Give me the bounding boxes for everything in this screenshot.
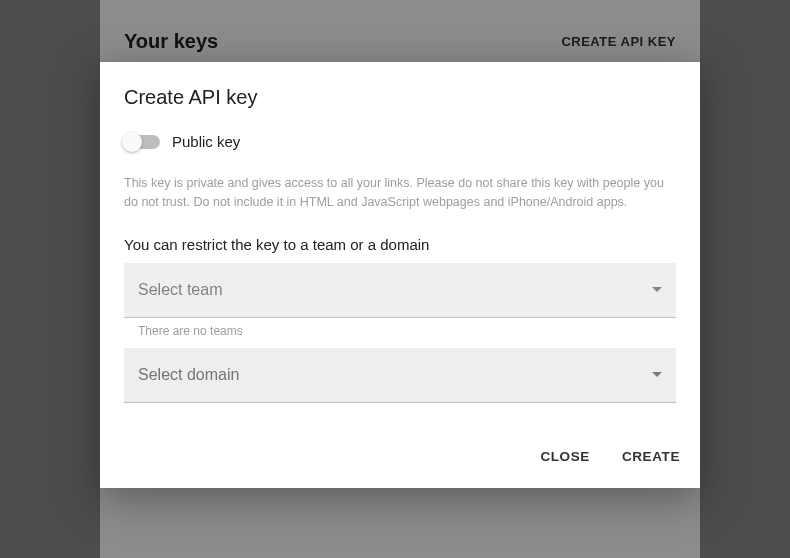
chevron-down-icon (652, 287, 662, 292)
team-select[interactable]: Select team (124, 263, 676, 318)
public-key-label: Public key (172, 133, 240, 150)
close-button[interactable]: CLOSE (536, 443, 594, 470)
create-button[interactable]: CREATE (618, 443, 684, 470)
chevron-down-icon (652, 372, 662, 377)
team-select-placeholder: Select team (138, 281, 222, 299)
dialog-body: Create API key Public key This key is pr… (100, 62, 700, 413)
team-select-helper: There are no teams (124, 318, 676, 348)
toggle-knob (122, 132, 142, 152)
public-key-toggle-row: Public key (124, 133, 676, 150)
create-api-key-dialog: Create API key Public key This key is pr… (100, 62, 700, 488)
dialog-actions: CLOSE CREATE (100, 413, 700, 488)
dialog-title: Create API key (124, 86, 676, 109)
domain-select[interactable]: Select domain (124, 348, 676, 403)
public-key-toggle[interactable] (124, 135, 160, 149)
key-description: This key is private and gives access to … (124, 174, 676, 212)
domain-select-placeholder: Select domain (138, 366, 239, 384)
restrict-label: You can restrict the key to a team or a … (124, 236, 676, 253)
